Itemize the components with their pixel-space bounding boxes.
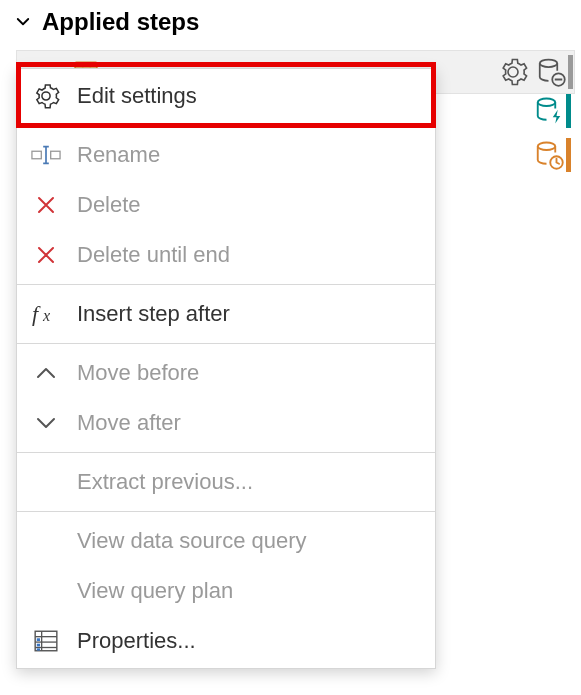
menu-insert-step-after[interactable]: f x Insert step after (17, 289, 435, 339)
delete-icon (31, 243, 61, 267)
svg-text:f: f (32, 301, 41, 326)
gear-icon (31, 82, 61, 110)
fx-icon: f x (31, 301, 61, 327)
menu-label: View data source query (77, 528, 307, 554)
menu-move-before[interactable]: Move before (17, 348, 435, 398)
menu-view-query-plan[interactable]: View query plan (17, 566, 435, 616)
menu-label: Rename (77, 142, 160, 168)
svg-rect-1 (75, 62, 97, 67)
menu-separator (17, 125, 435, 126)
menu-label: Move before (77, 360, 199, 386)
chevron-down-icon (31, 415, 61, 431)
svg-rect-23 (37, 644, 40, 647)
applied-steps-header[interactable]: Applied steps (0, 0, 581, 44)
svg-point-10 (538, 143, 556, 151)
rename-icon (31, 141, 61, 169)
menu-rename[interactable]: Rename (17, 130, 435, 180)
menu-label: View query plan (77, 578, 233, 604)
menu-label: Insert step after (77, 301, 230, 327)
svg-point-9 (538, 99, 556, 107)
menu-extract-previous[interactable]: Extract previous... (17, 457, 435, 507)
menu-label: Move after (77, 410, 181, 436)
properties-icon (31, 628, 61, 654)
menu-label: Properties... (77, 628, 196, 654)
side-icons (498, 50, 575, 172)
chevron-up-icon (31, 365, 61, 381)
applied-steps-title: Applied steps (42, 8, 199, 36)
svg-rect-22 (37, 638, 40, 641)
menu-label: Extract previous... (77, 469, 253, 495)
svg-text:x: x (42, 307, 50, 324)
menu-label: Edit settings (77, 83, 197, 109)
menu-separator (17, 284, 435, 285)
delete-icon (31, 193, 61, 217)
menu-delete[interactable]: Delete (17, 180, 435, 230)
svg-rect-24 (37, 648, 40, 650)
menu-label: Delete until end (77, 242, 230, 268)
menu-separator (17, 511, 435, 512)
menu-separator (17, 343, 435, 344)
svg-point-6 (540, 60, 558, 68)
database-clock-icon[interactable] (534, 140, 564, 170)
gear-icon[interactable] (498, 57, 528, 87)
database-lightning-icon[interactable] (534, 96, 564, 126)
database-minus-icon[interactable] (536, 57, 566, 87)
menu-move-after[interactable]: Move after (17, 398, 435, 448)
menu-delete-until-end[interactable]: Delete until end (17, 230, 435, 280)
menu-properties[interactable]: Properties... (17, 616, 435, 666)
menu-edit-settings[interactable]: Edit settings (17, 71, 435, 121)
chevron-down-icon (14, 13, 32, 31)
context-menu: Edit settings Rename Delete Delete until… (16, 68, 436, 669)
menu-separator (17, 452, 435, 453)
menu-label: Delete (77, 192, 141, 218)
svg-rect-12 (32, 151, 41, 159)
svg-rect-13 (51, 151, 60, 159)
menu-view-data-source-query[interactable]: View data source query (17, 516, 435, 566)
